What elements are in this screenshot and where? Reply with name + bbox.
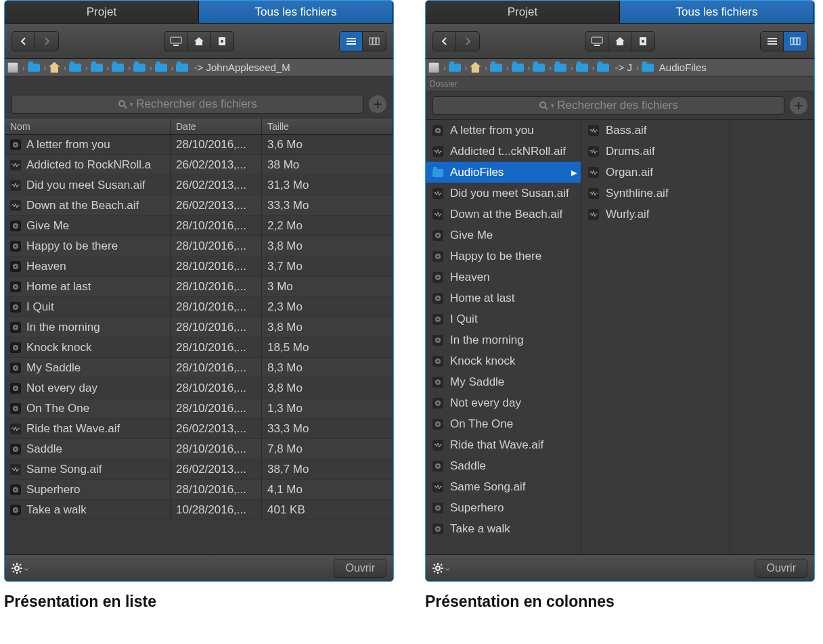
location-computer-button[interactable] [585, 32, 608, 51]
list-item[interactable]: AudioFiles▶ [426, 162, 581, 183]
table-row[interactable]: A letter from you28/10/2016,...3,6 Mo [5, 135, 393, 155]
nav-forward-button[interactable] [456, 32, 479, 51]
svg-point-29 [15, 367, 17, 369]
table-row[interactable]: Heaven28/10/2016,...3,7 Mo [5, 256, 393, 277]
table-row[interactable]: Take a walk10/28/2016,...401 KB [5, 500, 393, 520]
list-item[interactable]: Wurly.aif [581, 204, 730, 225]
nav-back-button[interactable] [12, 32, 35, 51]
file-name: Superhero [450, 501, 504, 515]
folder-icon [642, 64, 654, 72]
project-file-icon [432, 125, 443, 136]
add-button[interactable]: ＋ [790, 97, 807, 114]
list-item[interactable]: Synthline.aif [581, 183, 730, 204]
view-column-button[interactable] [784, 32, 807, 51]
table-row[interactable]: In the morning28/10/2016,...3,8 Mo [5, 317, 393, 338]
table-row[interactable]: Down at the Beach.aif26/02/2013,...33,3 … [5, 196, 393, 216]
list-item[interactable]: Same Song.aif [426, 476, 581, 497]
location-computer-button[interactable] [164, 32, 187, 51]
action-menu-button[interactable]: ⌵ [432, 563, 449, 574]
list-item[interactable]: Bass.aif [581, 120, 730, 141]
file-name: I Quit [450, 313, 478, 326]
list-item[interactable]: Addicted t...ckNRoll.aif [426, 141, 581, 162]
list-item[interactable]: Knock knock [426, 350, 581, 371]
table-row[interactable]: I Quit28/10/2016,...2,3 Mo [5, 297, 393, 317]
list-item[interactable]: Happy to be there [426, 246, 581, 267]
project-file-icon [10, 403, 21, 414]
file-date: 10/28/2016,... [176, 503, 246, 517]
list-item[interactable]: Down at the Beach.aif [426, 204, 581, 225]
project-file-icon [10, 342, 21, 353]
table-row[interactable]: Home at last28/10/2016,...3 Mo [5, 277, 393, 297]
open-button[interactable]: Ouvrir [334, 559, 386, 578]
tab-tous-les-fichiers[interactable]: Tous les fichiers [199, 1, 393, 23]
nav-forward-button[interactable] [35, 32, 58, 51]
file-size: 3,8 Mo [267, 321, 303, 334]
search-input[interactable]: ▾ Rechercher des fichiers [432, 96, 784, 115]
svg-line-46 [20, 571, 21, 572]
list-item[interactable]: In the morning [426, 329, 581, 350]
columns-icon [790, 37, 801, 45]
column-header-size[interactable]: Taille [262, 118, 393, 134]
list-item[interactable]: My Saddle [426, 371, 581, 392]
list-item[interactable]: Saddle [426, 455, 581, 476]
location-home-button[interactable] [608, 32, 631, 51]
add-button[interactable]: ＋ [369, 95, 386, 113]
list-item[interactable]: Did you meet Susan.aif [426, 183, 581, 204]
breadcrumb[interactable]: › › › › › › › › -> JohnAppleseed_M [5, 59, 393, 76]
search-input[interactable]: ▾ Rechercher des fichiers [12, 95, 363, 114]
column-header-name[interactable]: Nom [5, 118, 171, 134]
file-size: 38 Mo [267, 158, 299, 172]
tab-projet[interactable]: Projet [426, 1, 620, 23]
column-header-date[interactable]: Date [171, 118, 262, 134]
tab-projet[interactable]: Projet [5, 1, 199, 23]
table-row[interactable]: Addicted to RockNRoll.a26/02/2013,...38 … [5, 155, 393, 175]
location-home-button[interactable] [187, 32, 210, 51]
audio-file-icon [588, 209, 599, 220]
table-row[interactable]: Not every day28/10/2016,...3,8 Mo [5, 378, 393, 398]
list-item[interactable]: Heaven [426, 267, 581, 288]
list-item[interactable]: Superhero [426, 497, 581, 518]
location-project-button[interactable] [210, 32, 233, 51]
table-row[interactable]: Knock knock28/10/2016,...18,5 Mo [5, 338, 393, 358]
table-row[interactable]: Happy to be there28/10/2016,...3,8 Mo [5, 236, 393, 256]
list-item[interactable]: Ride that Wave.aif [426, 434, 581, 455]
action-menu-button[interactable]: ⌵ [12, 563, 28, 574]
list-item[interactable]: Not every day [426, 392, 581, 413]
list-item[interactable]: A letter from you [426, 120, 581, 141]
view-list-button[interactable] [761, 32, 784, 51]
view-column-button[interactable] [363, 32, 386, 51]
svg-point-33 [15, 407, 17, 409]
table-row[interactable]: Superhero28/10/2016,...4,1 Mo [5, 480, 393, 500]
file-size: 18,5 Mo [267, 341, 309, 354]
document-icon [639, 37, 647, 46]
list-item[interactable]: Give Me [426, 225, 581, 246]
table-row[interactable]: Did you meet Susan.aif26/02/2013,...31,3… [5, 175, 393, 196]
nav-back-button[interactable] [433, 32, 456, 51]
file-name: Same Song.aif [26, 463, 102, 476]
project-file-icon [432, 335, 443, 346]
caption-left: Présentation en liste [4, 593, 394, 611]
list-icon [346, 37, 357, 45]
view-list-button[interactable] [340, 32, 363, 51]
table-row[interactable]: Saddle28/10/2016,...7,8 Mo [5, 439, 393, 459]
list-item[interactable]: Take a walk [426, 518, 581, 539]
audio-file-icon [588, 146, 599, 157]
list-item[interactable]: Home at last [426, 288, 581, 308]
list-item[interactable]: I Quit [426, 308, 581, 329]
svg-point-76 [437, 360, 439, 362]
svg-point-78 [437, 381, 439, 383]
tab-tous-les-fichiers[interactable]: Tous les fichiers [620, 1, 814, 23]
list-item[interactable]: Drums.aif [581, 141, 730, 162]
table-row[interactable]: Ride that Wave.aif26/02/2013,...33,3 Mo [5, 419, 393, 439]
file-name: Happy to be there [450, 250, 541, 263]
list-item[interactable]: On The One [426, 413, 581, 434]
home-icon [615, 37, 625, 46]
table-row[interactable]: Same Song.aif26/02/2013,...38,7 Mo [5, 459, 393, 480]
table-row[interactable]: Give Me28/10/2016,...2,2 Mo [5, 216, 393, 236]
breadcrumb[interactable]: › › › › › › › › -> J› AudioFiles [426, 59, 814, 76]
location-project-button[interactable] [631, 32, 654, 51]
table-row[interactable]: On The One28/10/2016,...1,3 Mo [5, 398, 393, 419]
list-item[interactable]: Organ.aif [581, 162, 730, 183]
open-button[interactable]: Ouvrir [755, 559, 807, 578]
table-row[interactable]: My Saddle28/10/2016,...8,3 Mo [5, 358, 393, 378]
